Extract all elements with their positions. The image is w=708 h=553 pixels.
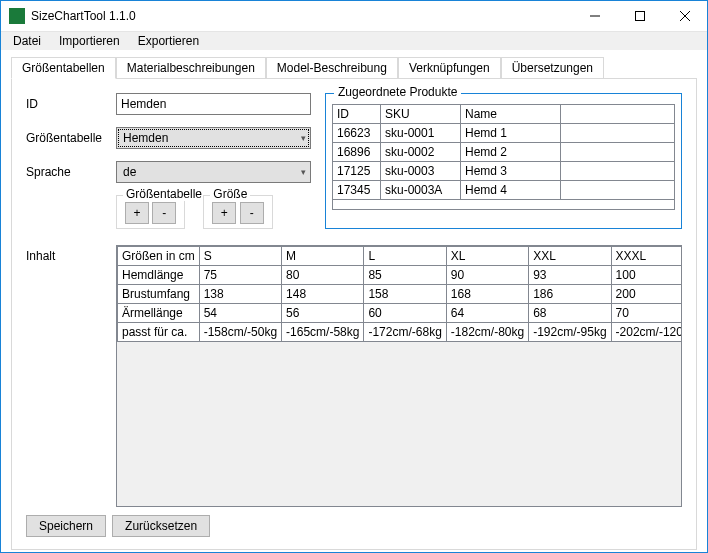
id-input[interactable] <box>116 93 311 115</box>
assigned-products-panel: Zugeordnete Produkte ID SKU Name 16623sk… <box>325 93 682 229</box>
table-remove-button[interactable]: - <box>152 202 176 224</box>
menu-import[interactable]: Importieren <box>51 32 128 50</box>
menu-export[interactable]: Exportieren <box>130 32 207 50</box>
close-button[interactable] <box>662 1 707 31</box>
maximize-button[interactable] <box>617 1 662 31</box>
app-icon <box>9 8 25 24</box>
table-group-caption: Größentabelle <box>123 187 205 201</box>
content-area: Größentabellen Materialbeschreibungen Mo… <box>1 50 707 553</box>
lang-select-value: de <box>123 165 136 179</box>
table-header-row: ID SKU Name <box>333 105 675 124</box>
table-row[interactable]: 17125sku-0003Hemd 3 <box>333 162 675 181</box>
chevron-down-icon: ▾ <box>301 167 306 177</box>
col-id[interactable]: ID <box>333 105 381 124</box>
reset-button[interactable]: Zurücksetzen <box>112 515 210 537</box>
lang-select[interactable]: de ▾ <box>116 161 311 183</box>
svg-rect-0 <box>635 12 644 21</box>
minimize-button[interactable] <box>572 1 617 31</box>
size-group-caption: Größe <box>210 187 250 201</box>
size-remove-button[interactable]: - <box>240 202 264 224</box>
table-select[interactable]: Hemden ▾ <box>116 127 311 149</box>
tab-translations[interactable]: Übersetzungen <box>501 57 604 79</box>
content-grid[interactable]: Größen in cm S M L XL XXL XXXL Hemdlänge… <box>117 246 682 342</box>
tab-materials[interactable]: Materialbeschreibungen <box>116 57 266 79</box>
col-empty <box>561 105 675 124</box>
grid-row[interactable]: passt für ca.-158cm/-50kg-165cm/-58kg-17… <box>118 323 683 342</box>
app-window: SizeChartTool 1.1.0 Datei Importieren Ex… <box>0 0 708 553</box>
grid-row[interactable]: Hemdlänge7580859093100 <box>118 266 683 285</box>
size-buttons-group: Größe + - <box>203 195 272 229</box>
content-grid-wrap[interactable]: Größen in cm S M L XL XXL XXXL Hemdlänge… <box>116 245 682 507</box>
col-name[interactable]: Name <box>461 105 561 124</box>
tab-sizecharts[interactable]: Größentabellen <box>11 57 116 79</box>
assigned-products-table[interactable]: ID SKU Name 16623sku-0001Hemd 1 16896sku… <box>332 104 675 210</box>
grid-header-row: Größen in cm S M L XL XXL XXXL <box>118 247 683 266</box>
table-row[interactable]: 16896sku-0002Hemd 2 <box>333 143 675 162</box>
size-add-button[interactable]: + <box>212 202 236 224</box>
table-row[interactable]: 17345sku-0003AHemd 4 <box>333 181 675 200</box>
save-button[interactable]: Speichern <box>26 515 106 537</box>
assigned-products-legend: Zugeordnete Produkte <box>334 85 461 99</box>
grid-row[interactable]: Ärmellänge545660646870 <box>118 304 683 323</box>
col-sku[interactable]: SKU <box>381 105 461 124</box>
tab-model[interactable]: Model-Beschreibung <box>266 57 398 79</box>
content-label: Inhalt <box>26 245 116 507</box>
tab-pane: ID Größentabelle Hemden ▾ Sprache de <box>11 78 697 550</box>
table-row[interactable]: 16623sku-0001Hemd 1 <box>333 124 675 143</box>
tabbar: Größentabellen Materialbeschreibungen Mo… <box>11 56 697 78</box>
footer-buttons: Speichern Zurücksetzen <box>26 507 682 537</box>
titlebar: SizeChartTool 1.1.0 <box>1 1 707 31</box>
window-title: SizeChartTool 1.1.0 <box>31 9 572 23</box>
tab-links[interactable]: Verknüpfungen <box>398 57 501 79</box>
menu-file[interactable]: Datei <box>5 32 49 50</box>
menubar: Datei Importieren Exportieren <box>1 31 707 50</box>
chevron-down-icon: ▾ <box>301 133 306 143</box>
table-add-button[interactable]: + <box>125 202 149 224</box>
lang-label: Sprache <box>26 165 116 179</box>
table-label: Größentabelle <box>26 131 116 145</box>
grid-row[interactable]: Brustumfang138148158168186200 <box>118 285 683 304</box>
table-buttons-group: Größentabelle + - <box>116 195 185 229</box>
id-label: ID <box>26 97 116 111</box>
table-select-value: Hemden <box>123 131 168 145</box>
